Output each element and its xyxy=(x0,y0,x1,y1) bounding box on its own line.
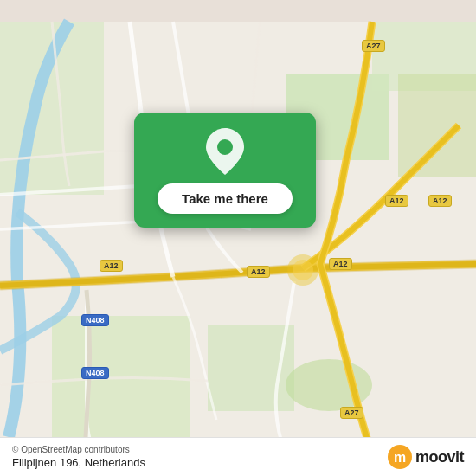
map-container: A12 A12 A12 A12 A12 A27 A27 N408 N408 Ta… xyxy=(0,0,476,476)
moovit-logo: m moovit xyxy=(388,445,464,469)
map-attribution: © OpenStreetMap contributors xyxy=(12,445,145,454)
road-badge-a27-top: A27 xyxy=(362,40,385,52)
address-section: © OpenStreetMap contributors Filipijnen … xyxy=(12,445,145,469)
take-me-there-button[interactable]: Take me there xyxy=(158,183,293,214)
svg-point-10 xyxy=(217,139,233,155)
road-badge-a12-2: A12 xyxy=(247,266,270,278)
svg-text:m: m xyxy=(394,450,406,465)
road-badge-a12-4: A12 xyxy=(385,195,408,207)
road-badge-a12-1: A12 xyxy=(100,260,123,272)
svg-rect-7 xyxy=(398,74,476,177)
road-badge-a12-5: A12 xyxy=(428,195,452,207)
road-badge-n408-1: N408 xyxy=(81,314,109,326)
address-label: Filipijnen 196, Netherlands xyxy=(12,456,145,469)
svg-rect-3 xyxy=(52,316,190,454)
moovit-text: moovit xyxy=(415,448,464,466)
road-badge-a27-bottom: A27 xyxy=(340,407,363,419)
map-background xyxy=(0,0,476,476)
svg-point-9 xyxy=(293,260,313,280)
location-pin-icon xyxy=(206,128,244,175)
bottom-bar: © OpenStreetMap contributors Filipijnen … xyxy=(0,437,476,476)
road-badge-n408-2: N408 xyxy=(81,367,109,379)
location-card: Take me there xyxy=(134,113,316,228)
road-badge-a12-3: A12 xyxy=(329,258,352,270)
moovit-brand-icon: m xyxy=(388,445,412,469)
